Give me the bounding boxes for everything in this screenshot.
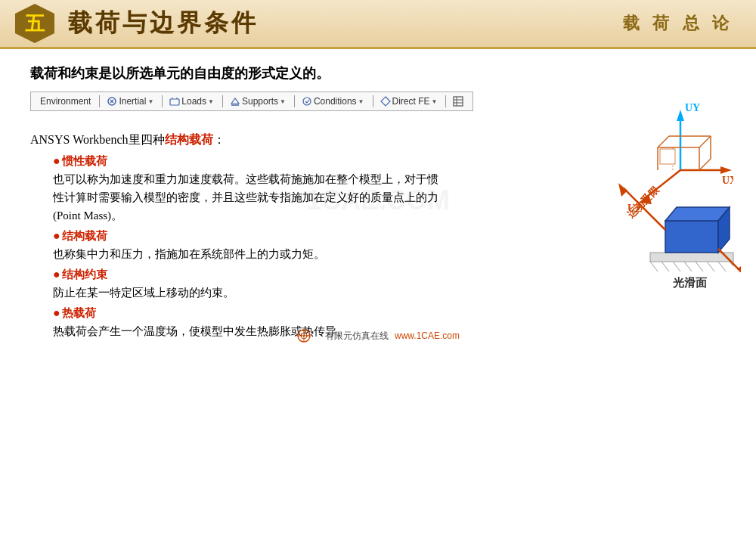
bullet-dot-4: ●: [53, 306, 60, 320]
svg-line-33: [696, 262, 703, 271]
directfe-dropdown-icon: ▼: [432, 98, 438, 105]
svg-marker-43: [737, 263, 741, 277]
toolbar-bar: Environment Inertial ▼ Loads ▼ Supports …: [30, 91, 473, 111]
page-title: 载荷与边界条件: [68, 7, 259, 40]
bullet-dot-2: ●: [53, 229, 60, 243]
svg-rect-1: [170, 99, 179, 105]
svg-marker-4: [381, 97, 390, 106]
intro-text: 载荷和约束是以所选单元的自由度的形式定义的。: [30, 64, 726, 82]
toolbar-sep-6: [445, 95, 446, 107]
inertial-dropdown-icon: ▼: [147, 98, 153, 105]
toolbar-conditions[interactable]: Conditions ▼: [299, 96, 369, 107]
bullet-inertial-label: 惯性载荷: [62, 154, 107, 169]
footer-logo-icon: [296, 327, 319, 345]
conditions-icon: [302, 96, 312, 107]
bullet-structural-load-label: 结构载荷: [62, 229, 107, 243]
toolbar-sep-3: [222, 95, 223, 107]
bullet-thermal-load-label: 热载荷: [62, 306, 96, 321]
toolbar-environment-label: Environment: [40, 96, 91, 107]
footer-url: www.1CAE.com: [395, 330, 460, 341]
svg-line-31: [673, 262, 680, 271]
svg-line-21: [658, 136, 669, 147]
page-subtitle: 载 荷 总 论: [623, 12, 734, 35]
toolbar-loads[interactable]: Loads ▼: [166, 96, 218, 107]
loads-dropdown-icon: ▼: [208, 98, 214, 105]
bullet-dot-3: ●: [53, 268, 60, 281]
toolbar-supports[interactable]: Supports ▼: [227, 96, 290, 107]
toolbar-supports-label: Supports: [242, 96, 278, 107]
toolbar-directfe[interactable]: Direct FE ▼: [377, 96, 442, 107]
toolbar-sep-1: [99, 95, 100, 107]
svg-marker-10: [677, 110, 684, 121]
table-icon: [453, 96, 463, 107]
svg-rect-5: [454, 97, 463, 106]
svg-text:运动受限: 运动受限: [625, 184, 662, 220]
toolbar-loads-label: Loads: [181, 96, 206, 107]
supports-dropdown-icon: ▼: [280, 98, 286, 105]
footer: 有限元仿真在线 www.1CAE.com: [296, 327, 460, 345]
svg-line-32: [684, 262, 692, 271]
svg-text:UY: UY: [685, 102, 700, 113]
toolbar-inertial-label: Inertial: [119, 96, 146, 107]
directfe-icon: [380, 96, 391, 107]
svg-marker-41: [618, 183, 627, 197]
svg-rect-28: [650, 253, 733, 262]
bullet-dot-1: ●: [53, 154, 60, 168]
conditions-dropdown-icon: ▼: [358, 98, 364, 105]
toolbar-sep-2: [162, 95, 163, 107]
footer-text: 有限元仿真在线: [325, 330, 389, 343]
toolbar-sep-5: [373, 95, 373, 107]
svg-line-29: [650, 262, 658, 271]
bullet-thermal-load: ● 热载荷: [53, 306, 726, 321]
toolbar-directfe-label: Direct FE: [392, 96, 430, 107]
svg-point-3: [303, 98, 311, 105]
toolbar-inertial[interactable]: Inertial ▼: [104, 96, 158, 107]
inertial-icon: [107, 96, 117, 107]
svg-line-35: [718, 262, 726, 271]
svg-line-22: [699, 136, 711, 147]
bullet-structural-constraint-label: 结构约束: [62, 268, 107, 282]
section-number: 五: [15, 4, 54, 43]
svg-text:光滑面: 光滑面: [672, 277, 708, 289]
supports-icon: [230, 96, 240, 107]
page-header: 五 载荷与边界条件 载 荷 总 论: [0, 0, 756, 49]
toolbar-environment[interactable]: Environment: [37, 96, 95, 107]
svg-line-34: [707, 262, 714, 271]
svg-line-30: [662, 262, 669, 271]
illustration: 运动受限 光滑面: [590, 154, 741, 305]
toolbar-conditions-label: Conditions: [314, 96, 357, 107]
svg-rect-37: [665, 221, 718, 253]
toolbar-table-btn[interactable]: [450, 96, 466, 107]
toolbar-sep-4: [294, 95, 295, 107]
loads-icon: [169, 96, 180, 107]
